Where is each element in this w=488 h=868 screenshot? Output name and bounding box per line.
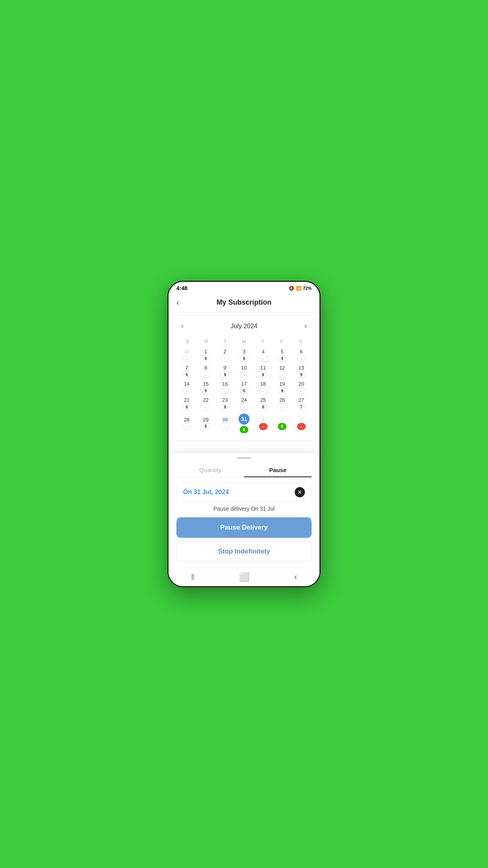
calendar-month-year: July 2024 xyxy=(231,323,258,330)
cal-day-2-next[interactable]: 2 6 xyxy=(273,413,291,434)
page-title: My Subscription xyxy=(216,298,272,307)
cal-day-18[interactable]: 18 - xyxy=(254,381,272,395)
cal-day-1-next[interactable]: 1 - xyxy=(254,413,272,434)
back-nav-icon[interactable]: ‹ xyxy=(294,572,297,582)
cal-day-30[interactable]: 30 - xyxy=(216,413,234,434)
status-icons: 🔇 📶 72% xyxy=(289,286,312,291)
cal-day-15[interactable]: 15 9 xyxy=(197,381,215,395)
tab-quantity[interactable]: Quantity xyxy=(176,463,244,477)
cal-day-3[interactable]: 3 9 xyxy=(235,348,253,363)
tabs: Quantity Pause xyxy=(176,463,312,477)
cal-day-29[interactable]: 29 8 xyxy=(197,413,215,434)
cal-day-27[interactable]: 27 7 xyxy=(292,397,310,411)
weekday-f: F xyxy=(272,337,291,346)
header: ‹ My Subscription xyxy=(169,293,319,313)
weekday-s2: S xyxy=(291,337,310,346)
cal-day-14[interactable]: 14 - xyxy=(178,381,196,395)
cal-day-31-selected[interactable]: 31 6 xyxy=(235,413,253,434)
prev-month-button[interactable]: ‹ xyxy=(178,320,187,332)
close-date-button[interactable]: ✕ xyxy=(295,487,305,497)
back-button[interactable]: ‹ xyxy=(176,298,179,307)
mute-icon: 🔇 xyxy=(289,286,294,291)
cal-day-28[interactable]: 28 - xyxy=(178,413,196,434)
cal-day-2[interactable]: 2 - xyxy=(216,348,234,363)
cal-day-23[interactable]: 23 9 xyxy=(216,397,234,411)
next-month-button[interactable]: › xyxy=(301,320,310,332)
cal-day-30-prev[interactable]: 30 - xyxy=(178,348,196,363)
cal-day-26[interactable]: 26 - xyxy=(273,397,291,411)
cal-day-12[interactable]: 12 - xyxy=(273,364,291,379)
cal-day-22[interactable]: 22 - xyxy=(197,397,215,411)
calendar-nav: ‹ July 2024 › xyxy=(178,320,310,332)
status-time: 4:48 xyxy=(176,285,187,291)
cal-day-17[interactable]: 17 6 xyxy=(235,381,253,395)
selected-date-pill: On 31 Jul, 2024 ✕ xyxy=(176,483,312,502)
cal-day-13[interactable]: 13 9 xyxy=(292,364,310,379)
weekday-s1: S xyxy=(178,337,197,346)
phone-frame: 4:48 🔇 📶 72% ‹ My Subscription ‹ July 20… xyxy=(167,281,321,587)
screen: ‹ My Subscription ‹ July 2024 › S M T W … xyxy=(169,293,319,586)
cal-day-19[interactable]: 19 9 xyxy=(273,381,291,395)
home-icon[interactable]: ⬜ xyxy=(239,572,250,582)
selected-circle: 31 xyxy=(238,414,250,425)
pause-delivery-button[interactable]: Pause Delivery xyxy=(176,517,312,538)
close-icon: ✕ xyxy=(297,489,302,495)
cal-day-8[interactable]: 8 - xyxy=(197,364,215,379)
cal-day-11[interactable]: 11 9 xyxy=(254,364,272,379)
sheet-handle xyxy=(237,457,251,459)
cal-day-9[interactable]: 9 9 xyxy=(216,364,234,379)
weekday-t1: T xyxy=(216,337,235,346)
bottom-sheet: Quantity Pause On 31 Jul, 2024 ✕ Pause d… xyxy=(169,453,319,568)
tab-pause[interactable]: Pause xyxy=(244,463,312,477)
recent-apps-icon[interactable]: ⦀ xyxy=(191,572,194,582)
weekday-t2: T xyxy=(253,337,272,346)
cal-day-21[interactable]: 21 6 xyxy=(178,397,196,411)
weekday-w: W xyxy=(235,337,253,346)
cal-day-24[interactable]: 24 - xyxy=(235,397,253,411)
battery-icon: 72% xyxy=(303,286,312,291)
cal-day-4[interactable]: 4 - xyxy=(254,348,272,363)
status-bar: 4:48 🔇 📶 72% xyxy=(169,282,319,293)
cal-day-10[interactable]: 10 - xyxy=(235,364,253,379)
calendar-weekdays: S M T W T F S xyxy=(178,337,310,346)
cal-day-1[interactable]: 1 9 xyxy=(197,348,215,363)
cal-day-16[interactable]: 16 - xyxy=(216,381,234,395)
cal-day-5[interactable]: 5 9 xyxy=(273,348,291,363)
cal-day-7[interactable]: 7 9 xyxy=(178,364,196,379)
stop-indefinitely-button[interactable]: Stop Indefinitely xyxy=(176,542,312,561)
cal-day-3-next[interactable]: 3 - xyxy=(292,413,310,434)
signal-icon: 📶 xyxy=(296,286,301,291)
selected-date-text: On 31 Jul, 2024 xyxy=(183,489,229,496)
nav-bar: ⦀ ⬜ ‹ xyxy=(169,568,319,586)
weekday-m: M xyxy=(197,337,216,346)
calendar-section: ‹ July 2024 › S M T W T F S 30 - xyxy=(172,316,316,440)
cal-day-25[interactable]: 25 9 xyxy=(254,397,272,411)
calendar-grid: 30 - 1 9 2 - 3 9 4 - xyxy=(178,348,310,434)
pause-info-text: Pause delivery On 31 Jul xyxy=(176,506,312,512)
cal-day-6[interactable]: 6 - xyxy=(292,348,310,363)
cal-day-20[interactable]: 20 - xyxy=(292,381,310,395)
